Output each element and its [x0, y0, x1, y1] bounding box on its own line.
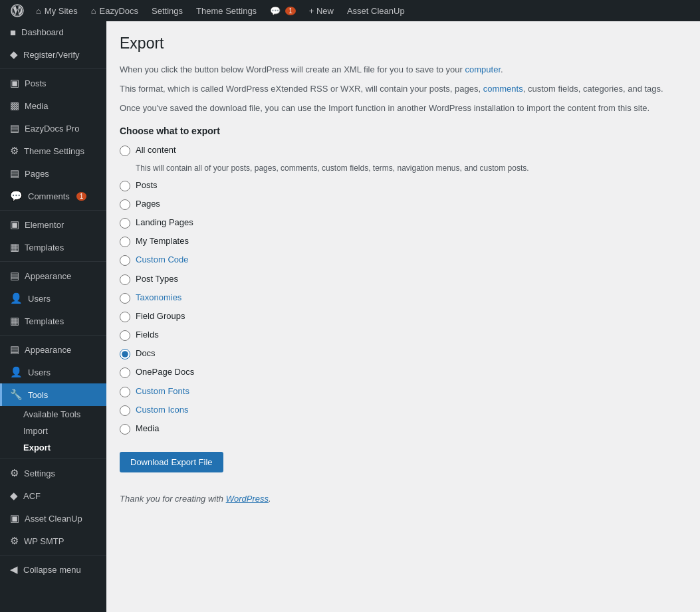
- adminbar-my-sites[interactable]: ⌂ My Sites: [29, 0, 84, 21]
- sidebar-item-media[interactable]: ▩ Media: [0, 94, 106, 117]
- sidebar-item-users1[interactable]: 👤 Users: [0, 287, 106, 310]
- adminbar-new[interactable]: + New: [302, 0, 340, 21]
- sidebar-item-label: Asset CleanUp: [25, 514, 82, 524]
- radio-label-post-types[interactable]: Post Types: [136, 273, 178, 285]
- radio-docs[interactable]: [120, 349, 130, 359]
- sidebar-item-label: Posts: [25, 78, 47, 88]
- sidebar-item-label: Appearance: [25, 271, 71, 281]
- comments-link[interactable]: comments: [483, 84, 523, 94]
- radio-onepage-docs[interactable]: [120, 367, 130, 378]
- sidebar-item-appearance1[interactable]: ▤ Appearance: [0, 264, 106, 287]
- radio-post-types[interactable]: [120, 274, 130, 285]
- radio-label-landing-pages[interactable]: Landing Pages: [136, 217, 193, 229]
- adminbar-settings[interactable]: Settings: [145, 0, 189, 21]
- sidebar-item-wp-smtp[interactable]: ⚙ WP SMTP: [0, 530, 106, 552]
- radio-option-custom-icons: Custom Icons: [120, 404, 687, 416]
- radio-field-groups[interactable]: [120, 312, 130, 322]
- sidebar-item-pages[interactable]: ▤ Pages: [0, 162, 106, 185]
- smtp-icon: ⚙: [10, 535, 19, 547]
- sidebar-item-label: Media: [25, 101, 48, 111]
- sidebar-item-available-tools[interactable]: Available Tools: [0, 406, 106, 423]
- all-content-description: This will contain all of your posts, pag…: [136, 163, 687, 173]
- computer-link[interactable]: computer: [465, 64, 501, 74]
- asset-icon: ▣: [10, 512, 19, 524]
- adminbar-my-sites-label: My Sites: [45, 6, 78, 16]
- radio-option-custom-fonts: Custom Fonts: [120, 385, 687, 397]
- adminbar-settings-label: Settings: [152, 6, 183, 16]
- sidebar-item-acf[interactable]: ◆ ACF: [0, 484, 106, 507]
- wordpress-link[interactable]: WordPress: [226, 494, 269, 504]
- radio-label-custom-fonts[interactable]: Custom Fonts: [136, 385, 189, 397]
- sidebar-item-elementor[interactable]: ▣ Elementor: [0, 213, 106, 236]
- sidebar-item-tools[interactable]: 🔧 Tools: [0, 383, 106, 406]
- footer-text: Thank you for creating with WordPress.: [120, 494, 687, 504]
- sidebar-item-templates2[interactable]: ▦ Templates: [0, 310, 106, 332]
- radio-label-posts[interactable]: Posts: [136, 179, 158, 191]
- sidebar-item-dashboard[interactable]: ■ Dashboard: [0, 21, 106, 43]
- radio-custom-code[interactable]: [120, 255, 130, 266]
- radio-label-fields[interactable]: Fields: [136, 329, 159, 341]
- radio-taxonomies[interactable]: [120, 293, 130, 304]
- sidebar-item-appearance2[interactable]: ▤ Appearance: [0, 338, 106, 361]
- radio-label-onepage-docs[interactable]: OnePage Docs: [136, 366, 194, 378]
- adminbar-easydocs[interactable]: ⌂ EazyDocs: [84, 0, 145, 21]
- radio-my-templates[interactable]: [120, 237, 130, 247]
- radio-all-content[interactable]: [120, 146, 130, 156]
- sidebar-item-users2[interactable]: 👤 Users: [0, 361, 106, 383]
- page-title: Export: [120, 35, 687, 52]
- comments-badge: 1: [76, 192, 87, 201]
- sidebar-item-export[interactable]: Export: [0, 439, 106, 456]
- media-icon: ▩: [10, 100, 19, 112]
- radio-pages[interactable]: [120, 199, 130, 210]
- sidebar-item-templates1[interactable]: ▦ Templates: [0, 236, 106, 258]
- users-icon: 👤: [10, 292, 23, 304]
- adminbar-comments[interactable]: 💬 1: [263, 0, 302, 21]
- radio-label-docs[interactable]: Docs: [136, 348, 156, 359]
- sidebar-item-label: Theme Settings: [24, 146, 84, 156]
- sidebar-item-label: Available Tools: [23, 409, 80, 419]
- admin-bar: ⌂ My Sites ⌂ EazyDocs Settings Theme Set…: [0, 0, 700, 21]
- sidebar-item-asset-cleanup[interactable]: ▣ Asset CleanUp: [0, 507, 106, 530]
- sidebar-item-theme-settings[interactable]: ⚙ Theme Settings: [0, 140, 106, 162]
- download-export-button[interactable]: Download Export File: [120, 452, 223, 472]
- wp-logo-button[interactable]: [5, 0, 29, 21]
- adminbar-asset-cleanup[interactable]: Asset CleanUp: [340, 0, 411, 21]
- radio-posts[interactable]: [120, 181, 130, 191]
- radio-option-onepage-docs: OnePage Docs: [120, 366, 687, 378]
- sidebar-item-comments[interactable]: 💬 Comments 1: [0, 185, 106, 207]
- adminbar-theme-settings[interactable]: Theme Settings: [189, 0, 263, 21]
- export-desc-1: When you click the button below WordPres…: [120, 63, 687, 77]
- radio-label-field-groups[interactable]: Field Groups: [136, 310, 185, 322]
- radio-custom-icons[interactable]: [120, 405, 130, 416]
- adminbar-easydocs-label: EazyDocs: [100, 6, 139, 16]
- radio-option-landing-pages: Landing Pages: [120, 217, 687, 229]
- theme-icon: ⚙: [10, 145, 19, 157]
- radio-label-taxonomies[interactable]: Taxonomies: [136, 292, 181, 304]
- radio-media[interactable]: [120, 424, 130, 435]
- radio-label-pages[interactable]: Pages: [136, 198, 160, 210]
- radio-label-custom-code[interactable]: Custom Code: [136, 254, 188, 266]
- radio-custom-fonts[interactable]: [120, 387, 130, 397]
- sidebar-item-label: Register/Verify: [23, 50, 80, 60]
- sidebar-item-collapse-menu[interactable]: ◀ Collapse menu: [0, 558, 106, 581]
- radio-label-all-content[interactable]: All content: [136, 144, 176, 156]
- radio-label-custom-icons[interactable]: Custom Icons: [136, 404, 188, 416]
- elementor-icon: ▣: [10, 219, 19, 231]
- sidebar-item-easydocs-pro[interactable]: ▤ EazyDocs Pro: [0, 117, 106, 140]
- sidebar-item-label: Users: [28, 367, 51, 377]
- sidebar-item-settings[interactable]: ⚙ Settings: [0, 462, 106, 484]
- sidebar-item-posts[interactable]: ▣ Posts: [0, 72, 106, 94]
- sidebar-item-label: Elementor: [25, 220, 64, 230]
- radio-label-media[interactable]: Media: [136, 423, 159, 435]
- posts-icon: ▣: [10, 77, 19, 89]
- radio-landing-pages[interactable]: [120, 218, 130, 229]
- sidebar-item-register-verify[interactable]: ◆ Register/Verify: [0, 43, 106, 66]
- radio-fields[interactable]: [120, 330, 130, 341]
- radio-label-my-templates[interactable]: My Templates: [136, 235, 189, 247]
- sidebar-item-label: Users: [28, 294, 51, 304]
- settings-icon: ⚙: [10, 467, 19, 479]
- users2-icon: 👤: [10, 366, 23, 378]
- radio-option-post-types: Post Types: [120, 273, 687, 285]
- radio-option-field-groups: Field Groups: [120, 310, 687, 322]
- sidebar-item-import[interactable]: Import: [0, 423, 106, 439]
